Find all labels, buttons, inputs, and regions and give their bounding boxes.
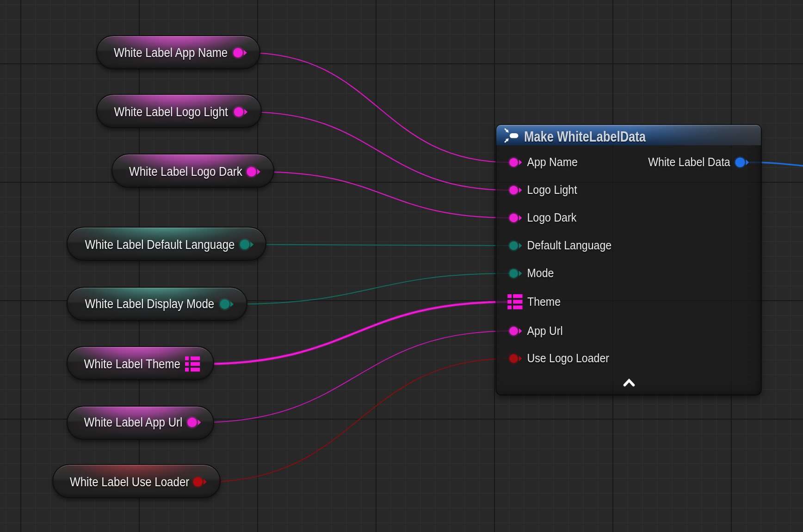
- svg-text:White Label Logo Dark: White Label Logo Dark: [129, 164, 243, 179]
- svg-text:Logo Dark: Logo Dark: [527, 211, 577, 224]
- svg-text:White Label Data: White Label Data: [648, 155, 730, 169]
- svg-text:App Name: App Name: [527, 155, 578, 169]
- svg-text:Logo Light: Logo Light: [527, 183, 577, 197]
- svg-text:Use Logo Loader: Use Logo Loader: [527, 352, 610, 365]
- svg-text:Default Language: Default Language: [527, 239, 612, 252]
- svg-text:White Label Use Loader: White Label Use Loader: [70, 474, 190, 489]
- svg-text:App Url: App Url: [527, 324, 563, 337]
- svg-text:White Label Default Language: White Label Default Language: [85, 237, 235, 252]
- svg-text:Make WhiteLabelData: Make WhiteLabelData: [524, 128, 646, 144]
- svg-text:White Label App Url: White Label App Url: [84, 414, 183, 429]
- svg-text:Mode: Mode: [527, 266, 554, 280]
- svg-text:White Label App Name: White Label App Name: [114, 45, 228, 60]
- svg-text:Theme: Theme: [527, 295, 561, 308]
- svg-text:White Label Theme: White Label Theme: [84, 356, 180, 371]
- svg-text:White Label Display Mode: White Label Display Mode: [85, 297, 215, 311]
- svg-text:White Label Logo Light: White Label Logo Light: [114, 104, 229, 119]
